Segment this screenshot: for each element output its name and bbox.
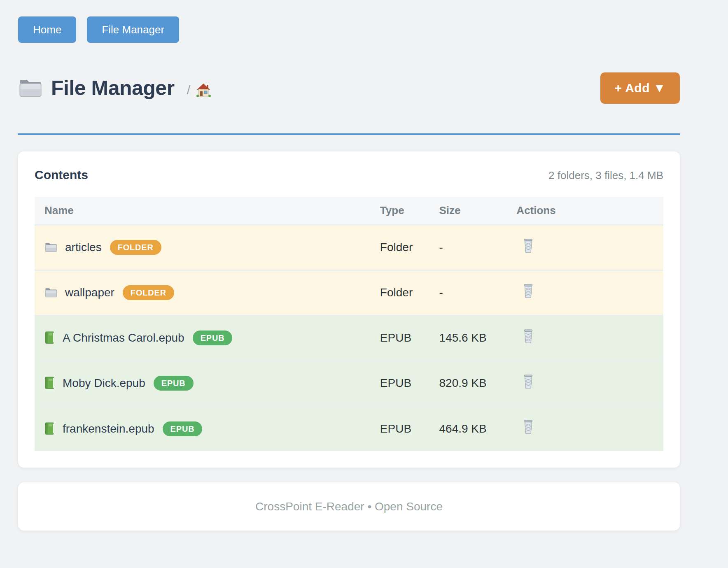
table-row[interactable]: A Christmas Carol.epub EPUB EPUB 145.6 K… xyxy=(35,315,663,361)
home-button[interactable]: Home xyxy=(18,16,76,43)
green-book-icon xyxy=(44,377,55,390)
page-header: File Manager / + Add ▼ xyxy=(18,72,680,105)
table-body: articles FOLDER Folder - wallpaper FOLDE… xyxy=(35,225,663,451)
file-size: 145.6 KB xyxy=(439,315,517,361)
file-table: Name Type Size Actions articles FOLDER F… xyxy=(35,197,663,451)
table-row[interactable]: wallpaper FOLDER Folder - xyxy=(35,270,663,315)
file-name[interactable]: frankenstein.epub xyxy=(63,422,154,435)
trash-icon xyxy=(522,329,534,344)
column-header-type: Type xyxy=(380,197,439,225)
table-header-row: Name Type Size Actions xyxy=(35,197,663,225)
file-size: 464.9 KB xyxy=(439,406,517,451)
green-book-icon xyxy=(44,422,55,435)
contents-summary: 2 folders, 3 files, 1.4 MB xyxy=(548,169,663,182)
file-type: Folder xyxy=(380,270,439,315)
folder-icon xyxy=(44,241,58,254)
type-badge: EPUB xyxy=(163,421,203,436)
type-badge: FOLDER xyxy=(123,285,174,300)
column-header-size: Size xyxy=(439,197,517,225)
folder-icon xyxy=(18,77,43,99)
add-button[interactable]: + Add ▼ xyxy=(600,72,680,104)
file-name[interactable]: wallpaper xyxy=(65,286,114,299)
type-badge: EPUB xyxy=(193,331,233,345)
file-type: Folder xyxy=(380,225,439,270)
footer-text: CrossPoint E-Reader • Open Source xyxy=(255,500,443,513)
file-name[interactable]: articles xyxy=(65,241,102,254)
file-name[interactable]: Moby Dick.epub xyxy=(63,377,145,390)
house-icon[interactable] xyxy=(196,83,211,98)
delete-button[interactable] xyxy=(522,329,534,344)
top-nav: Home File Manager xyxy=(18,16,680,43)
delete-button[interactable] xyxy=(522,284,534,299)
table-row[interactable]: articles FOLDER Folder - xyxy=(35,225,663,270)
delete-button[interactable] xyxy=(522,239,534,254)
type-badge: FOLDER xyxy=(110,240,161,255)
table-row[interactable]: Moby Dick.epub EPUB EPUB 820.9 KB xyxy=(35,361,663,406)
page-title: File Manager xyxy=(51,76,175,100)
breadcrumb-separator: / xyxy=(187,83,190,97)
contents-card-header: Contents 2 folders, 3 files, 1.4 MB xyxy=(35,168,663,182)
header-divider xyxy=(18,133,680,135)
table-row[interactable]: frankenstein.epub EPUB EPUB 464.9 KB xyxy=(35,406,663,451)
footer: CrossPoint E-Reader • Open Source xyxy=(18,482,680,531)
column-header-name: Name xyxy=(35,197,380,225)
delete-button[interactable] xyxy=(522,420,534,435)
delete-button[interactable] xyxy=(522,375,534,389)
file-size: 820.9 KB xyxy=(439,361,517,406)
file-manager-button[interactable]: File Manager xyxy=(87,16,179,43)
green-book-icon xyxy=(44,331,55,345)
contents-heading: Contents xyxy=(35,168,88,182)
trash-icon xyxy=(522,375,534,389)
trash-icon xyxy=(522,239,534,254)
file-type: EPUB xyxy=(380,315,439,361)
file-name[interactable]: A Christmas Carol.epub xyxy=(63,331,184,345)
file-type: EPUB xyxy=(380,361,439,406)
trash-icon xyxy=(522,284,534,299)
page: Home File Manager File Manager / + Add ▼… xyxy=(18,0,680,531)
file-size: - xyxy=(439,225,517,270)
file-size: - xyxy=(439,270,517,315)
trash-icon xyxy=(522,420,534,435)
file-type: EPUB xyxy=(380,406,439,451)
contents-card: Contents 2 folders, 3 files, 1.4 MB Name… xyxy=(18,151,680,468)
column-header-actions: Actions xyxy=(516,197,663,225)
breadcrumb: / xyxy=(187,83,211,98)
type-badge: EPUB xyxy=(154,376,194,391)
folder-icon xyxy=(44,286,58,299)
